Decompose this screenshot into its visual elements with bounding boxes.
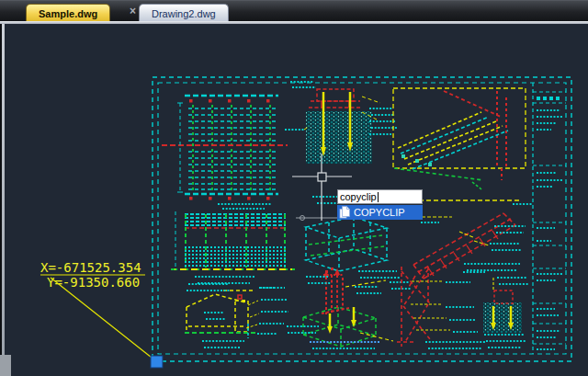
coordinate-y-label: Y=-91350.660 — [47, 275, 140, 290]
coordinate-x-label: X=-671525.354 — [40, 260, 141, 275]
panel-section-detail — [185, 284, 288, 348]
grip-handle[interactable] — [151, 356, 163, 368]
tab-close-icon[interactable]: × — [127, 6, 139, 17]
girder-label-squiggles — [421, 222, 526, 270]
window-left-border-highlight — [2, 24, 5, 376]
window-corner-notch — [0, 355, 11, 376]
copy-pages-icon — [339, 206, 350, 219]
title-block-text-squiggles — [537, 110, 562, 349]
panel-brace-detail — [397, 267, 529, 348]
title-block — [533, 83, 566, 354]
panel-roof-3d — [393, 88, 526, 189]
tabstrip-edge — [0, 21, 588, 24]
file-tab-bar: Sample.dwg × Drawing2.dwg — [0, 0, 588, 21]
section-label-squiggles — [202, 288, 288, 348]
tab-sample-dwg[interactable]: Sample.dwg — [26, 4, 110, 22]
tab-drawing2-dwg-label: Drawing2.dwg — [152, 8, 216, 19]
command-input-text: copyclip — [340, 191, 377, 202]
command-suggestion-label: COPYCLIP — [354, 207, 405, 218]
tab-sample-dwg-label: Sample.dwg — [39, 8, 97, 19]
panel-elevation — [171, 209, 295, 291]
panel-roof-plan — [162, 96, 288, 204]
text-caret — [378, 192, 379, 202]
cad-drawing[interactable]: X=-671525.354 Y=-91350.660 — [0, 0, 588, 376]
command-input[interactable]: copyclip — [337, 189, 423, 204]
footing-label-squiggles — [287, 277, 412, 348]
pickbox — [318, 173, 326, 181]
coordinate-annotation: X=-671525.354 Y=-91350.660 — [40, 260, 152, 358]
panel-frame-3d — [306, 217, 401, 278]
panel-footing-3d — [287, 268, 412, 348]
tab-drawing2-dwg[interactable]: Drawing2.dwg — [139, 4, 229, 22]
command-suggestion-copyclip[interactable]: COPYCLIP — [337, 205, 423, 220]
